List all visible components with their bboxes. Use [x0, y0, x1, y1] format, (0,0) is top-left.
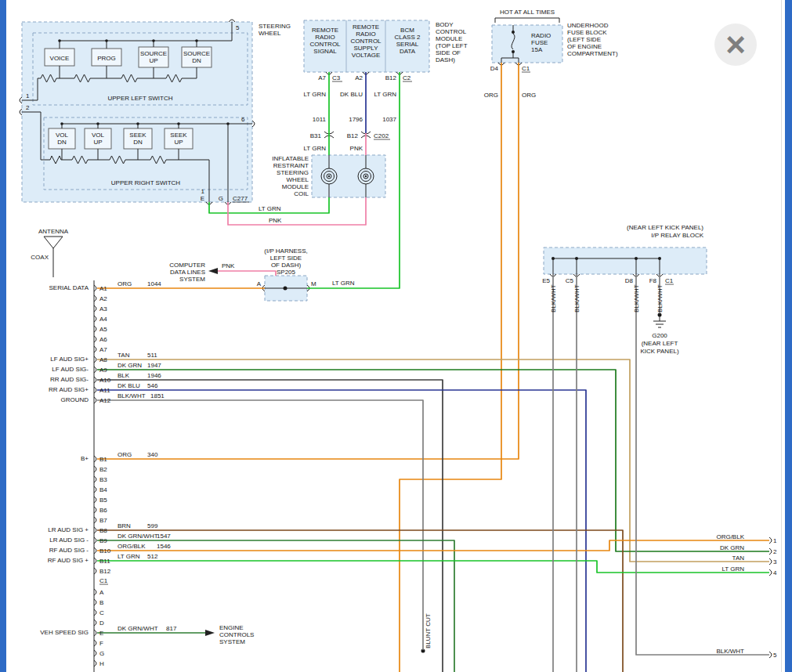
- pin-b3: B3: [99, 476, 107, 483]
- pin-c-f: F: [99, 640, 103, 647]
- w-b9-num: 1547: [157, 533, 171, 540]
- row-rr-aud-minus: RR AUD SIG-: [50, 376, 89, 383]
- wire-relay-d8-blkwht: [636, 274, 769, 655]
- bcm-pin-a2: A2: [355, 74, 363, 81]
- pin-b2: B2: [99, 466, 107, 473]
- fuse-block-label-3: (LEFT SIDE: [567, 36, 601, 43]
- right-connector-texts: ORG/BLK 1 DK GRN 2 TAN 3 LT GRN 4 BLK/WH…: [716, 533, 777, 659]
- relay-wire-label-4: BLK/WHT: [656, 284, 664, 313]
- splice-out-ltgrn: LT GRN: [332, 280, 355, 287]
- bcm-w1-num: 1011: [313, 116, 327, 123]
- pin-6: 6: [241, 116, 245, 123]
- relay-label-1: (NEAR LEFT KICK PANEL): [627, 224, 703, 231]
- pin-a11: A11: [99, 387, 110, 394]
- coil-label-4: WHEEL: [287, 176, 309, 183]
- pin-a5: A5: [99, 326, 107, 333]
- wire-fuse-feed-org: [400, 63, 501, 672]
- fuse-name-1: RADIO: [531, 32, 551, 39]
- rc-row5-pin: 5: [773, 652, 777, 659]
- steering-label-1: STEERING: [259, 23, 291, 30]
- splice-label-4: SP205: [277, 269, 296, 276]
- relay-pin-c5: C5: [566, 277, 574, 284]
- w-b11-color: LT GRN: [118, 553, 140, 560]
- pin-b10: B10: [99, 547, 111, 555]
- c202-pin-b12: B12: [347, 132, 359, 139]
- pin-b11: B11: [99, 558, 110, 565]
- pin-b4: B4: [99, 486, 107, 493]
- pin-c-d: D: [99, 620, 104, 627]
- relay-pin-e5: E5: [542, 277, 550, 284]
- radio-row-labels: SERIAL DATA LF AUD SIG+ LF AUD SIG- RR A…: [40, 284, 89, 636]
- fuse-conn-c1: C1: [522, 65, 530, 72]
- upper-left-switch-caption: UPPER LEFT SWITCH: [108, 95, 173, 102]
- wheel-ltgrn-label: LT GRN: [259, 205, 281, 212]
- bcm-col1-4: SIGNAL: [313, 48, 337, 55]
- bcm-col1-3: CONTROL: [309, 41, 341, 48]
- close-button[interactable]: ×: [714, 23, 757, 66]
- pin-b8: B8: [99, 527, 107, 534]
- bcm-col2-1: REMOTE: [353, 23, 379, 31]
- splice-label-3: OF DASH): [271, 262, 302, 269]
- pin-a8: A8: [99, 356, 107, 363]
- rc-row5-color: BLK/WHT: [716, 648, 744, 655]
- bcm-col3-3: SERIAL: [396, 41, 419, 48]
- pin-b6: B6: [99, 507, 107, 514]
- pin-e: E: [201, 195, 204, 202]
- w-a9-color: DK GRN: [118, 362, 142, 369]
- splice-pin-a: A: [257, 280, 262, 287]
- w-a10-color: BLK: [118, 372, 130, 379]
- bcm-label-1: BODY: [436, 21, 454, 28]
- pin-5: 5: [236, 24, 240, 31]
- bcm-col3-1: BCM: [400, 27, 414, 34]
- fuse-block-label-1: UNDERHOOD: [567, 22, 609, 29]
- row-lr-aud-minus: LR AUD SIG -: [49, 537, 89, 544]
- pin-a4: A4: [99, 316, 107, 323]
- coil-module-box: [312, 155, 385, 197]
- wire-b10-orgblk: [97, 540, 769, 551]
- data-lines-arrow-icon: [208, 268, 218, 274]
- radio-conn-c1: C1: [99, 577, 108, 584]
- bcm-label-6: DASH): [436, 56, 455, 63]
- close-icon[interactable]: ×: [725, 25, 746, 63]
- wire-b11-ltgrn: [97, 561, 769, 573]
- w-a12-color: BLK/WHT: [118, 392, 146, 399]
- vol-up-label-2: UP: [93, 139, 102, 146]
- w-b8-num: 599: [147, 522, 158, 529]
- coil-module-texts: INFLATABLE RESTRAINT STEERING WHEEL MODU…: [272, 155, 309, 197]
- vol-dn-label-1: VOL: [56, 132, 69, 139]
- rc-row4-color: LT GRN: [721, 565, 744, 573]
- w-a11-num: 546: [147, 382, 158, 389]
- pin-b1: B1: [99, 456, 107, 463]
- bcm-w3-color: LT GRN: [374, 91, 396, 98]
- relay-block-box: [544, 247, 707, 274]
- pin-a3: A3: [99, 305, 107, 313]
- fuse-pin-d4: D4: [490, 65, 499, 72]
- bcm-w2-color: DK BLU: [340, 91, 363, 98]
- antenna-icon: [44, 237, 63, 248]
- wire-a12-blkwht-bluntcut: [97, 400, 423, 650]
- bcm-col1-1: REMOTE: [312, 27, 338, 34]
- w-b9-color: DK GRN/WHT: [118, 533, 158, 540]
- w-a12-num: 1851: [150, 392, 165, 399]
- w-e-color: DK GRN/WHT: [118, 625, 158, 632]
- pin-g: G: [219, 195, 223, 202]
- w-a1-color: ORG: [118, 280, 132, 287]
- rc-row2-color: DK GRN: [720, 544, 744, 551]
- bcm-w1b-color: LT GRN: [303, 145, 326, 152]
- w-b8-color: BRN: [118, 522, 131, 529]
- vol-up-label-1: VOL: [92, 132, 105, 139]
- row-b-plus: B+: [81, 455, 89, 462]
- row-rf-aud-plus: RF AUD SIG +: [48, 557, 89, 564]
- radio-wire-labels: ORG 1044 TAN 511 DK GRN 1947 BLK 1946 DK…: [118, 280, 432, 649]
- row-serial-data: SERIAL DATA: [49, 284, 89, 291]
- bcm-label-5: SIDE OF: [436, 49, 461, 56]
- bcm-label-3: MODULE: [436, 35, 462, 42]
- bcm-pin-a7: A7: [318, 74, 326, 81]
- engine-texts: ENGINE CONTROLS SYSTEM: [219, 624, 254, 645]
- pin-a12: A12: [99, 397, 111, 404]
- pin-b12: B12: [99, 568, 111, 575]
- pin-a7: A7: [99, 346, 107, 353]
- voice-label: VOICE: [50, 55, 70, 62]
- dlc-label-1: COMPUTER: [169, 262, 205, 269]
- bcm-conn-c3: C3: [332, 74, 341, 81]
